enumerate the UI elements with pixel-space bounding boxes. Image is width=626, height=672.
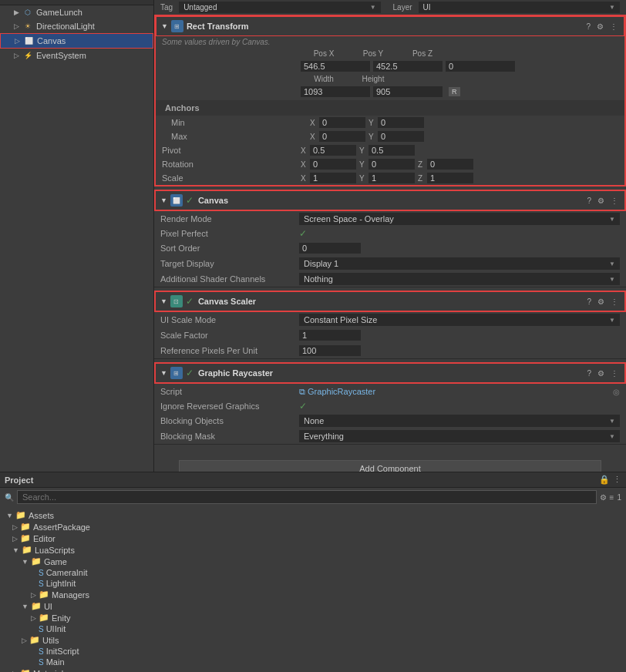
canvas-scaler-menu[interactable]: ⋮ [609, 297, 620, 306]
asset-item-uiinit[interactable]: ▷ S UIInit [3, 623, 623, 634]
rot-y-input[interactable] [369, 159, 415, 170]
max-x-input[interactable] [319, 131, 365, 142]
hierarchy-item-eventsystem[interactable]: ▷ ⚡ EventSystem [0, 49, 153, 62]
blocking-objects-label: Blocking Objects [160, 416, 299, 425]
rect-transform-settings[interactable]: ⚙ [595, 22, 605, 31]
tag-layer-row: Tag Untagged Layer UI [154, 0, 626, 15]
material-icon: 📁 [20, 668, 31, 672]
graphic-raycaster-menu[interactable]: ⋮ [609, 369, 620, 378]
canvas-scaler-settings[interactable]: ⚙ [596, 297, 606, 306]
ref-pixels-row: Reference Pixels Per Unit [154, 343, 626, 358]
canvas-arrow[interactable]: ▼ [160, 197, 167, 204]
uiinit-icon: S [39, 625, 44, 633]
graphic-raycaster-arrow[interactable]: ▼ [160, 369, 167, 377]
pixel-perfect-check[interactable]: ✓ [299, 228, 307, 239]
rect-transform-arrow[interactable]: ▼ [161, 22, 168, 30]
height-input[interactable] [373, 86, 443, 97]
rect-transform-help[interactable]: ? [584, 22, 592, 31]
add-component-button[interactable]: Add Component [179, 460, 601, 472]
asset-item-assets[interactable]: ▼ 📁 Assets [3, 509, 623, 521]
rot-x-input[interactable] [310, 159, 356, 170]
canvas-settings[interactable]: ⚙ [596, 197, 606, 205]
canvas-component-icon: ⬜ [170, 194, 183, 207]
asset-item-editor[interactable]: ▷ 📁 Editor [3, 533, 623, 544]
scale-z-input[interactable] [427, 173, 473, 183]
asset-item-game[interactable]: ▼ 📁 Game [3, 556, 623, 567]
asset-item-enity[interactable]: ▷ 📁 Enity [3, 612, 623, 623]
asset-item-managers[interactable]: ▷ 📁 Managers [3, 589, 623, 600]
tag-dropdown[interactable]: Untagged [179, 2, 380, 13]
asset-item-lightinit[interactable]: ▷ S LightInit [3, 578, 623, 589]
target-display-dropdown[interactable]: Display 1 [299, 257, 620, 270]
project-menu[interactable]: ⋮ [613, 475, 621, 485]
render-mode-dropdown[interactable]: Screen Space - Overlay [299, 213, 620, 225]
pivot-y-input[interactable] [369, 145, 415, 156]
asset-item-initscript[interactable]: ▷ S InitScript [3, 646, 623, 657]
asset-item-material[interactable]: ▷ 📁 Material [3, 667, 623, 672]
graphic-raycaster-header: ▼ ⊞ ✓ Graphic Raycaster ? ⚙ ⋮ [154, 362, 626, 384]
pos-x-input[interactable]: 546.5 [301, 61, 370, 72]
graphic-raycaster-settings[interactable]: ⚙ [596, 369, 606, 378]
canvas-toggle[interactable]: ✓ [186, 195, 194, 206]
scale-factor-input[interactable] [299, 330, 361, 341]
blocking-mask-dropdown[interactable]: Everything [299, 430, 620, 442]
max-y-input[interactable] [378, 131, 424, 142]
scale-y-input[interactable] [369, 173, 415, 183]
ignore-reversed-check[interactable]: ✓ [299, 401, 307, 412]
width-height-label-row: Width Height [156, 73, 624, 85]
ref-pixels-label: Reference Pixels Per Unit [160, 346, 299, 355]
min-y-input[interactable] [378, 117, 424, 128]
canvas-scaler-help[interactable]: ? [585, 297, 593, 306]
asset-item-ui[interactable]: ▼ 📁 UI [3, 600, 623, 612]
graphic-raycaster-toggle[interactable]: ✓ [186, 368, 194, 378]
asset-item-utils[interactable]: ▷ 📁 Utils [3, 634, 623, 646]
ui-scale-row: UI Scale Mode Constant Pixel Size [154, 312, 626, 328]
pivot-row: Pivot X Y [156, 143, 624, 157]
canvas-label: Canvas [37, 36, 66, 45]
blocking-objects-dropdown[interactable]: None [299, 415, 620, 427]
pivot-x-input[interactable] [310, 145, 356, 156]
asset-item-camerainit[interactable]: ▷ S CameraInit [3, 567, 623, 578]
canvas-help[interactable]: ? [585, 197, 593, 205]
asset-item-assertpackage[interactable]: ▷ 📁 AssertPackage [3, 521, 623, 533]
utils-icon: 📁 [29, 635, 40, 645]
layer-dropdown[interactable]: UI [419, 2, 620, 13]
ref-pixels-input[interactable] [299, 345, 361, 356]
hierarchy-item-directionallight[interactable]: ▷ ☀ DirectionalLight [0, 19, 153, 33]
sort-order-input[interactable] [299, 243, 361, 254]
script-label: Script [160, 387, 299, 396]
graphic-raycaster-help[interactable]: ? [585, 369, 593, 378]
canvas-menu[interactable]: ⋮ [609, 197, 620, 205]
project-lock[interactable]: 🔒 [599, 475, 610, 485]
search-filter-btn3[interactable]: 1 [617, 493, 621, 502]
search-filter-btn1[interactable]: ⚙ [600, 493, 607, 502]
ui-icon: 📁 [31, 601, 42, 611]
min-x-input[interactable] [319, 117, 365, 128]
r-button[interactable]: R [449, 87, 460, 96]
render-mode-row: Render Mode Screen Space - Overlay [154, 211, 626, 227]
luascripts-icon: 📁 [22, 545, 32, 555]
width-input[interactable] [301, 86, 370, 97]
rot-z-input[interactable] [427, 159, 473, 170]
scale-x-input[interactable] [310, 173, 356, 183]
canvas-scaler-arrow[interactable]: ▼ [160, 297, 167, 305]
canvas-scaler-toggle[interactable]: ✓ [186, 296, 194, 307]
additional-shader-dropdown[interactable]: Nothing [299, 273, 620, 285]
pos-z-input[interactable]: 0 [446, 61, 515, 72]
script-circle: ◎ [613, 388, 620, 396]
main-icon: S [39, 658, 44, 667]
pos-z-label: Pos Z [399, 49, 446, 58]
blocking-mask-label: Blocking Mask [160, 432, 299, 441]
hierarchy-item-gamelunch[interactable]: ▶ ⬡ GameLunch [0, 5, 153, 19]
asset-item-luascripts[interactable]: ▼ 📁 LuaScripts [3, 544, 623, 556]
rect-transform-menu[interactable]: ⋮ [608, 22, 619, 31]
search-input[interactable] [17, 490, 597, 504]
camerainit-icon: S [39, 569, 44, 577]
pos-y-input[interactable]: 452.5 [373, 61, 443, 72]
asset-item-main[interactable]: ▷ S Main [3, 657, 623, 667]
ui-scale-dropdown[interactable]: Constant Pixel Size [299, 314, 620, 326]
search-filter-btn2[interactable]: ≡ [610, 493, 614, 502]
search-row: 🔍 ⚙ ≡ 1 [0, 488, 626, 506]
hierarchy-item-canvas[interactable]: ▷ ⬜ Canvas [0, 33, 153, 49]
canvas-icon: ⬜ [23, 35, 34, 46]
